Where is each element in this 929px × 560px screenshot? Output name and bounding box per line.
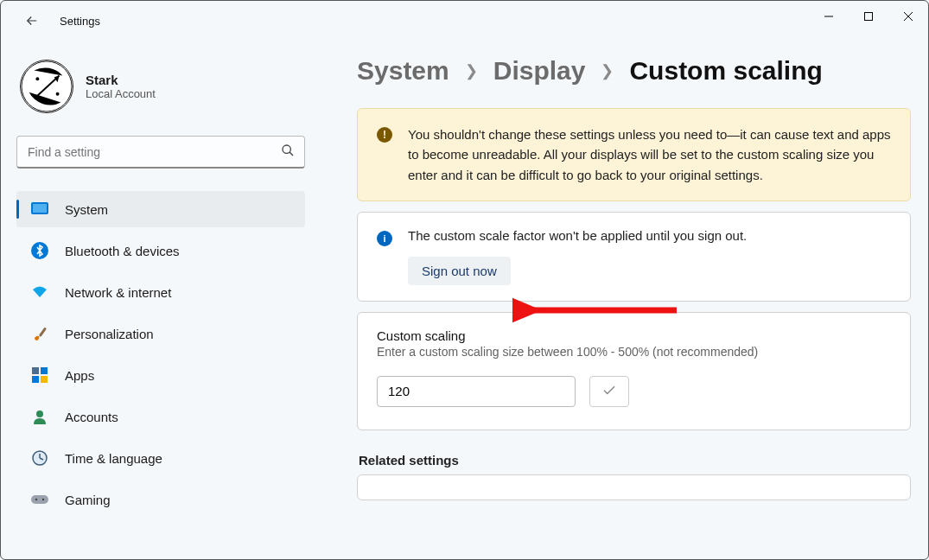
close-button[interactable]: [888, 1, 928, 32]
window-controls: [809, 1, 928, 32]
info-icon: i: [377, 231, 392, 246]
svg-rect-16: [41, 367, 48, 374]
info-text: The custom scale factor won't be applied…: [408, 228, 747, 243]
gamepad-icon: [30, 490, 49, 509]
breadcrumb-display[interactable]: Display: [493, 56, 586, 86]
search-icon: [281, 143, 295, 161]
nav-item-accounts[interactable]: Accounts: [16, 398, 305, 435]
custom-scaling-card: Custom scaling Enter a custom scaling si…: [357, 312, 911, 430]
nav-label: System: [65, 202, 108, 217]
nav-label: Personalization: [65, 327, 154, 341]
breadcrumb: System ❯ Display ❯ Custom scaling: [357, 56, 911, 86]
svg-rect-1: [865, 13, 873, 21]
nav-label: Time & language: [65, 451, 162, 466]
svg-rect-15: [32, 367, 39, 374]
sign-out-button[interactable]: Sign out now: [408, 257, 511, 285]
warning-icon: !: [377, 127, 392, 143]
nav-label: Apps: [65, 368, 94, 383]
account-block[interactable]: Stark Local Account: [16, 60, 305, 113]
info-card: i The custom scale factor won't be appli…: [357, 212, 911, 302]
maximize-button[interactable]: [849, 1, 888, 32]
nav-item-time[interactable]: Time & language: [16, 440, 305, 476]
nav-label: Gaming: [65, 493, 111, 507]
custom-scaling-title: Custom scaling: [377, 328, 891, 343]
nav-item-gaming[interactable]: Gaming: [16, 481, 305, 518]
check-icon: [601, 382, 617, 400]
nav-label: Accounts: [65, 410, 118, 424]
nav-list: System Bluetooth & devices Network & int…: [16, 191, 305, 518]
bluetooth-icon: [30, 241, 49, 260]
back-button[interactable]: [20, 9, 44, 33]
chevron-right-icon: ❯: [465, 61, 478, 80]
warning-text: You shouldn't change these settings unle…: [408, 124, 891, 185]
clock-icon: [30, 449, 49, 468]
chevron-right-icon: ❯: [601, 61, 614, 80]
svg-rect-17: [32, 376, 39, 383]
related-heading: Related settings: [359, 453, 911, 468]
nav-item-bluetooth[interactable]: Bluetooth & devices: [16, 232, 305, 269]
page-title: Custom scaling: [629, 56, 822, 86]
nav-item-personalization[interactable]: Personalization: [16, 315, 305, 352]
svg-rect-14: [39, 328, 47, 338]
wifi-icon: [30, 283, 49, 302]
svg-point-5: [35, 77, 39, 80]
nav-item-apps[interactable]: Apps: [16, 357, 305, 393]
nav-label: Bluetooth & devices: [65, 244, 180, 258]
nav-label: Network & internet: [65, 285, 171, 300]
breadcrumb-system[interactable]: System: [357, 56, 449, 86]
apply-scaling-button[interactable]: [589, 376, 629, 407]
nav-item-system[interactable]: System: [16, 191, 305, 227]
warning-card: ! You shouldn't change these settings un…: [357, 108, 911, 201]
related-card[interactable]: [357, 474, 911, 500]
custom-scaling-input[interactable]: [377, 376, 576, 407]
apps-icon: [30, 366, 49, 385]
svg-rect-18: [41, 376, 48, 383]
svg-point-9: [283, 145, 290, 153]
svg-point-24: [35, 499, 37, 500]
custom-scaling-hint: Enter a custom scaling size between 100%…: [377, 345, 891, 359]
svg-rect-23: [31, 495, 48, 504]
brush-icon: [30, 324, 49, 343]
app-title: Settings: [60, 15, 100, 28]
person-icon: [30, 407, 49, 426]
account-name: Stark: [86, 73, 156, 87]
svg-point-25: [42, 499, 44, 500]
search-input[interactable]: [16, 136, 305, 169]
svg-point-6: [56, 92, 60, 96]
svg-line-10: [290, 152, 293, 156]
display-icon: [30, 200, 49, 219]
account-type: Local Account: [86, 87, 156, 100]
avatar: [20, 60, 73, 113]
minimize-button[interactable]: [809, 1, 849, 32]
search-container: [16, 136, 305, 169]
svg-rect-12: [33, 204, 47, 213]
svg-point-19: [36, 410, 43, 417]
nav-item-network[interactable]: Network & internet: [16, 274, 305, 310]
